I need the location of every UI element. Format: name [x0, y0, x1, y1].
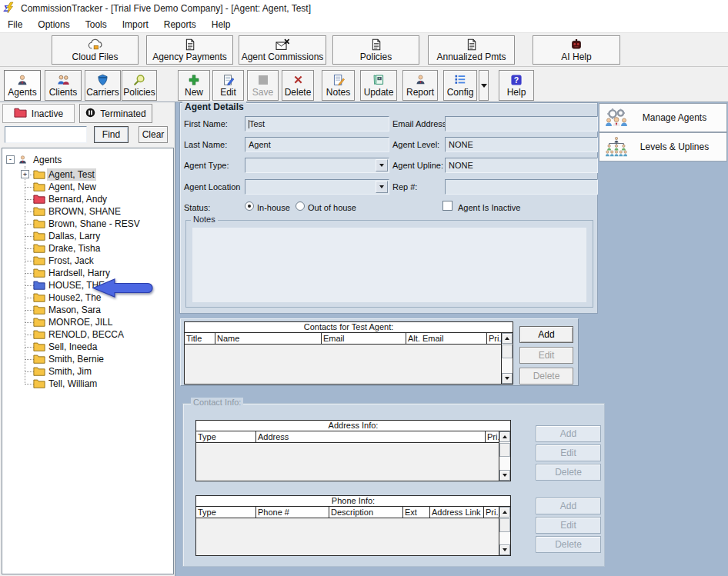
delete-x-icon	[292, 73, 304, 86]
tree-expand-toggle[interactable]: +	[21, 170, 29, 178]
tree-item-agent-new[interactable]: Agent, New	[2, 181, 173, 193]
nav-toolbar: AgentsClientsCarriersPoliciesNewEditSave…	[0, 67, 728, 102]
delete-button[interactable]: Delete	[282, 70, 314, 101]
scroll-down-button[interactable]	[499, 470, 510, 481]
menu-tools[interactable]: Tools	[78, 17, 115, 32]
tree-item-mason-sara[interactable]: Mason, Sara	[2, 304, 173, 316]
scroll-up-button[interactable]	[502, 333, 513, 344]
agent-type-label: Agent Type:	[184, 161, 229, 170]
tree-item-agent-test[interactable]: +Agent, Test	[2, 168, 173, 181]
address-table-scrollbar[interactable]	[499, 431, 510, 481]
scroll-down-button[interactable]	[502, 373, 513, 384]
contact-info-group: Contact Info: Address Info:TypeAddressPr…	[182, 403, 605, 567]
menu-file[interactable]: File	[0, 17, 30, 32]
status-label: Status:	[184, 203, 210, 212]
menu-options[interactable]: Options	[30, 17, 77, 32]
tree-item-smith-bernie[interactable]: Smith, Bernie	[2, 353, 173, 365]
tree-item-label: MONROE, JILL	[47, 316, 114, 328]
triangle-down-icon	[503, 474, 507, 477]
update-label: Update	[364, 87, 394, 98]
rep-number-input[interactable]	[445, 179, 598, 195]
menu-help[interactable]: Help	[204, 17, 239, 32]
scroll-thumb[interactable]	[499, 518, 510, 532]
clear-button[interactable]: Clear	[139, 126, 168, 143]
scroll-up-button[interactable]	[499, 507, 510, 518]
report-button[interactable]: Report	[402, 70, 438, 101]
out-of-house-radio[interactable]	[296, 201, 305, 211]
manage-agents-button[interactable]: Manage Agents	[599, 103, 727, 132]
tree-item-label: Sell, Ineeda	[47, 341, 99, 353]
tab-agents[interactable]: Agents	[4, 70, 41, 101]
tree-item-brown-shane-resv[interactable]: Brown, Shane - RESV	[2, 218, 173, 230]
scroll-down-button[interactable]	[499, 544, 510, 555]
column-header-ext: Ext	[403, 507, 430, 518]
triangle-up-icon	[505, 337, 509, 340]
edit-button[interactable]: Edit	[212, 70, 244, 101]
tree-item-sell-ineeda[interactable]: Sell, Ineeda	[2, 341, 173, 353]
tab-clients[interactable]: Clients	[45, 70, 82, 101]
sidebar: Inactive Terminated Find Clear -Agents+A…	[0, 102, 175, 576]
phone-table-header-row: TypePhone #DescriptionExtAddress LinkPri…	[196, 507, 499, 518]
highlight-arrow	[92, 278, 159, 298]
tree-item-frost-jack[interactable]: Frost, Jack	[2, 255, 173, 267]
find-button[interactable]: Find	[94, 126, 129, 143]
phone-table-scrollbar[interactable]	[499, 507, 510, 555]
tree-item-drake-tisha[interactable]: Drake, Tisha	[2, 242, 173, 255]
agent-type-dropdown[interactable]	[245, 158, 389, 173]
agent-location-dropdown[interactable]	[245, 179, 389, 195]
annualized-pmts-button[interactable]: Annualized Pmts	[428, 35, 515, 65]
agent-upline-field[interactable]: NONE	[445, 158, 598, 173]
contact-info-title: Contact Info:	[191, 398, 243, 407]
notes-button[interactable]: Notes	[322, 70, 355, 101]
help-button[interactable]: ?Help	[499, 70, 534, 101]
tree-item-brown-shane[interactable]: BROWN, SHANE	[2, 205, 173, 218]
levels-uplines-button[interactable]: Levels & Uplines	[599, 132, 727, 161]
dropdown-arrow-icon[interactable]	[376, 159, 388, 171]
notes-textarea[interactable]	[192, 228, 586, 302]
agency-payments-button[interactable]: Agency Payments	[146, 35, 233, 65]
delete-button: Delete	[536, 464, 601, 481]
address-table-columns: TypeAddressPri.	[196, 431, 499, 481]
config-dropdown-button[interactable]	[479, 70, 489, 101]
agent-level-field[interactable]: NONE	[445, 137, 598, 152]
menu-reports[interactable]: Reports	[156, 17, 204, 32]
dropdown-arrow-icon[interactable]	[376, 181, 388, 193]
address-table-header-row: TypeAddressPri.	[196, 431, 499, 443]
agent-commissions-button[interactable]: Agent Commissions	[239, 35, 326, 65]
tree-item-dallas-larry[interactable]: Dallas, Larry	[2, 230, 173, 242]
new-button[interactable]: New	[178, 70, 210, 101]
column-header-address: Address	[256, 431, 486, 443]
tree-root-row[interactable]: -Agents	[2, 154, 173, 166]
inactive-filter-label: Inactive	[32, 108, 63, 119]
policies-label: Policies	[360, 52, 392, 62]
tab-policies[interactable]: Policies	[122, 70, 157, 101]
policies-button[interactable]: Policies	[332, 35, 419, 65]
menu-import[interactable]: Import	[115, 17, 156, 32]
inactive-filter-button[interactable]: Inactive	[2, 104, 75, 123]
cloud-files-button[interactable]: Cloud Files	[52, 35, 139, 65]
scroll-up-button[interactable]	[499, 431, 510, 442]
scroll-thumb[interactable]	[499, 443, 510, 457]
column-header-phone: Phone #	[256, 507, 329, 518]
config-button[interactable]: Config	[443, 70, 477, 101]
add-button[interactable]: Add	[519, 326, 573, 343]
scroll-thumb[interactable]	[502, 345, 513, 358]
tree-item-monroe-jill[interactable]: MONROE, JILL	[2, 316, 173, 328]
ai-help-button[interactable]: AI Help	[533, 35, 620, 65]
terminated-filter-button[interactable]: Terminated	[79, 104, 152, 123]
email-input[interactable]	[445, 116, 598, 132]
tree-root-collapse-toggle[interactable]: -	[6, 155, 15, 164]
first-name-input[interactable]: Test	[245, 116, 389, 132]
search-input[interactable]	[5, 126, 87, 143]
tree-item-bernard-andy[interactable]: Bernard, Andy	[2, 193, 173, 205]
tab-carriers[interactable]: Carriers	[85, 70, 121, 101]
tree-item-tell-william[interactable]: Tell, William	[2, 378, 173, 390]
update-button[interactable]: Update	[360, 70, 397, 101]
last-name-input[interactable]: Agent	[245, 137, 389, 152]
agent-inactive-checkbox[interactable]	[442, 201, 452, 211]
tree-item-renold-becca[interactable]: RENOLD, BECCA	[2, 328, 173, 341]
tree-item-smith-jim[interactable]: Smith, Jim	[2, 365, 173, 378]
in-house-radio[interactable]	[245, 201, 254, 211]
svg-text:?: ?	[514, 75, 519, 85]
contacts-table-scrollbar[interactable]	[501, 333, 513, 384]
